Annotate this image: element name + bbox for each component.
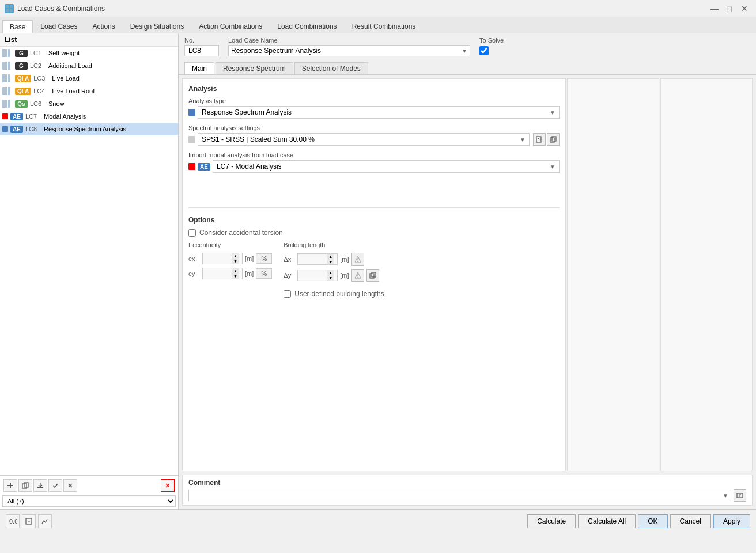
list-item[interactable]: QI A LC3 Live Load: [0, 72, 178, 85]
item-name: Modal Analysis: [44, 113, 86, 120]
stripe: [8, 62, 10, 70]
list-item[interactable]: AE LC7 Modal Analysis: [0, 110, 178, 123]
item-num: LC2: [30, 62, 46, 69]
import-modal-dropdown[interactable]: LC7 - Modal Analysis ▼: [213, 160, 560, 173]
filter-select[interactable]: All (7): [2, 495, 176, 507]
tab-load-combinations[interactable]: Load Combinations: [270, 20, 344, 33]
left-tools: [2, 478, 176, 493]
svg-line-15: [539, 138, 540, 139]
ex-arrows: ▲ ▼: [232, 253, 239, 264]
accidental-torsion-row: Consider accidental torsion: [188, 229, 560, 237]
chart-tool-btn[interactable]: [38, 514, 52, 528]
stripe: [2, 100, 5, 108]
deltax-value[interactable]: [298, 255, 327, 264]
stripe: [5, 62, 7, 70]
ey-unit: [m]: [245, 270, 254, 277]
svg-rect-3: [10, 9, 13, 12]
export-button[interactable]: [33, 479, 47, 492]
deltay-icon-btn[interactable]: [351, 269, 364, 282]
list-item-lc8[interactable]: AE LC8 Response Spectrum Analysis: [0, 123, 178, 135]
ex-value[interactable]: [203, 254, 232, 263]
spectral-value: SPS1 - SRSS | Scaled Sum 30.00 %: [202, 135, 315, 143]
accidental-torsion-label: Consider accidental torsion: [199, 229, 283, 237]
to-solve-group: To Solve: [479, 37, 504, 55]
name-value: Response Spectrum Analysis: [231, 47, 321, 55]
sub-tab-response-spectrum[interactable]: Response Spectrum: [216, 62, 293, 74]
deltax-up[interactable]: ▲: [327, 254, 334, 259]
calculate-all-button[interactable]: Calculate All: [578, 514, 636, 528]
copy-deltay-btn[interactable]: [366, 269, 379, 282]
minimize-button[interactable]: —: [708, 2, 721, 16]
deltax-input[interactable]: ▲ ▼: [297, 253, 338, 265]
svg-rect-1: [10, 5, 13, 8]
ey-value[interactable]: [203, 269, 232, 278]
accidental-torsion-checkbox[interactable]: [188, 229, 196, 237]
ex-up[interactable]: ▲: [232, 253, 239, 259]
ey-pct: %: [256, 268, 272, 279]
content-area: Analysis Analysis type Response Spectrum…: [179, 75, 756, 475]
sub-tabs: Main Response Spectrum Selection of Mode…: [179, 60, 756, 75]
ok-button[interactable]: OK: [638, 514, 667, 528]
copy-button[interactable]: [18, 479, 32, 492]
spectral-new-btn[interactable]: [533, 133, 546, 146]
deltay-up[interactable]: ▲: [327, 270, 334, 275]
tab-action-combinations[interactable]: Action Combinations: [191, 20, 270, 33]
name-dropdown[interactable]: Response Spectrum Analysis ▼: [228, 45, 470, 56]
tab-load-cases[interactable]: Load Cases: [33, 20, 85, 33]
tab-result-combinations[interactable]: Result Combinations: [345, 20, 424, 33]
svg-rect-0: [6, 5, 9, 8]
spectral-copy-btn[interactable]: [547, 133, 560, 146]
options-header: Options: [188, 216, 560, 224]
import-modal-value: LC7 - Modal Analysis: [217, 162, 282, 171]
add-button[interactable]: [3, 479, 17, 492]
stripe: [8, 74, 10, 82]
user-defined-checkbox[interactable]: [284, 290, 291, 298]
list-item[interactable]: Qs LC6 Snow: [0, 97, 178, 110]
import-modal-dot: [188, 163, 195, 170]
ey-down[interactable]: ▼: [232, 274, 239, 279]
close-button[interactable]: ✕: [738, 2, 751, 16]
analysis-type-group: Analysis type Response Spectrum Analysis…: [188, 97, 560, 119]
to-solve-checkbox[interactable]: [479, 46, 489, 55]
ex-unit: [m]: [245, 255, 254, 262]
deltax-down[interactable]: ▼: [327, 259, 334, 264]
tab-actions[interactable]: Actions: [85, 20, 122, 33]
deltax-icon-btn[interactable]: [351, 253, 364, 266]
uncheck-button[interactable]: [63, 479, 77, 492]
app-icon: [5, 4, 14, 13]
filter-dropdown[interactable]: All (7): [2, 495, 176, 507]
tab-base[interactable]: Base: [2, 20, 33, 33]
analysis-type-dropdown[interactable]: Response Spectrum Analysis ▼: [198, 106, 560, 119]
check-button[interactable]: [48, 479, 62, 492]
item-num: LC1: [30, 50, 46, 56]
deltay-label: Δy: [284, 272, 295, 279]
ey-up[interactable]: ▲: [232, 268, 239, 274]
action-buttons: Calculate Calculate All OK Cancel Apply: [527, 514, 750, 528]
apply-button[interactable]: Apply: [713, 514, 750, 528]
sub-tab-main[interactable]: Main: [184, 62, 214, 74]
tab-design-situations[interactable]: Design Situations: [123, 20, 191, 33]
list-item[interactable]: G LC2 Additional Load: [0, 59, 178, 72]
svg-point-23: [357, 277, 358, 278]
deltay-down[interactable]: ▼: [327, 275, 334, 281]
list-item[interactable]: QI A LC4 Live Load Roof: [0, 85, 178, 97]
comment-action-btn[interactable]: [734, 489, 746, 502]
delete-button[interactable]: [161, 479, 175, 492]
deltay-value[interactable]: [298, 271, 327, 280]
maximize-button[interactable]: ◻: [723, 2, 736, 16]
spectral-dropdown[interactable]: SPS1 - SRSS | Scaled Sum 30.00 % ▼: [198, 133, 530, 146]
comment-input[interactable]: [191, 491, 723, 499]
calculate-button[interactable]: Calculate: [527, 514, 576, 528]
ex-down[interactable]: ▼: [232, 259, 239, 264]
deltay-input[interactable]: ▲ ▼: [297, 270, 338, 281]
cancel-button[interactable]: Cancel: [670, 514, 711, 528]
grid-tool-btn[interactable]: 0.00: [6, 514, 20, 528]
list-item[interactable]: G LC1 Self-weight: [0, 47, 178, 59]
ey-input[interactable]: ▲ ▼: [202, 268, 243, 279]
item-num: LC8: [25, 126, 41, 132]
pen-tool-btn[interactable]: [22, 514, 36, 528]
sub-tab-selection-of-modes[interactable]: Selection of Modes: [294, 62, 368, 74]
ex-input[interactable]: ▲ ▼: [202, 253, 243, 264]
right-panel: No. LC8 Load Case Name Response Spectrum…: [179, 33, 756, 509]
comment-field[interactable]: ▼: [188, 490, 731, 501]
